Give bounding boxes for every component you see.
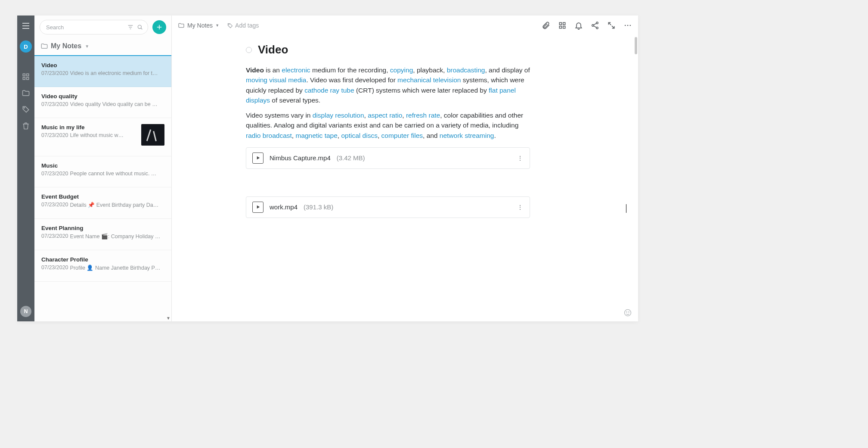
link[interactable]: network streaming bbox=[440, 132, 494, 139]
hamburger-icon[interactable] bbox=[21, 21, 31, 31]
link[interactable]: broadcasting bbox=[447, 66, 485, 74]
share-icon[interactable] bbox=[591, 21, 599, 30]
search-box[interactable] bbox=[40, 20, 148, 34]
folder-icon[interactable] bbox=[22, 89, 30, 97]
svg-rect-4 bbox=[27, 74, 29, 76]
svg-rect-17 bbox=[563, 22, 565, 25]
note-item-title: Event Planning bbox=[41, 225, 164, 231]
folder-icon bbox=[178, 22, 185, 29]
link[interactable]: cathode ray tube bbox=[304, 87, 354, 94]
note-list-item[interactable]: Video quality07/23/2020Video quality Vid… bbox=[34, 87, 171, 118]
attachment-size: (391.3 kB) bbox=[304, 203, 333, 211]
svg-marker-28 bbox=[257, 156, 259, 159]
note-list-item[interactable]: Event Planning07/23/2020Event Name 🎬: Co… bbox=[34, 219, 171, 250]
caret-down-icon: ▼ bbox=[215, 23, 219, 28]
note-list-item[interactable]: Event Budget07/23/2020Details 📌 Event Bi… bbox=[34, 187, 171, 219]
attachment-card[interactable]: work.mp4(391.3 kB)⋮ bbox=[246, 196, 530, 218]
attachment-more-icon[interactable]: ⋮ bbox=[517, 204, 524, 211]
workspace-avatar[interactable]: D bbox=[20, 40, 32, 53]
text-cursor bbox=[626, 204, 626, 213]
link[interactable]: moving visual media bbox=[246, 76, 306, 84]
list-header bbox=[34, 16, 171, 39]
link[interactable]: copying bbox=[390, 66, 413, 74]
filter-icon[interactable] bbox=[127, 24, 134, 31]
link[interactable]: mechanical television bbox=[397, 76, 461, 84]
svg-point-11 bbox=[138, 25, 141, 28]
attachment-size: (3.42 MB) bbox=[337, 154, 365, 162]
svg-point-7 bbox=[24, 107, 25, 108]
grid-icon[interactable] bbox=[558, 21, 567, 30]
apps-icon[interactable] bbox=[22, 72, 30, 81]
new-note-button[interactable] bbox=[152, 20, 166, 34]
svg-rect-19 bbox=[563, 26, 565, 28]
note-list-item[interactable]: Music07/23/2020People cannot live withou… bbox=[34, 156, 171, 187]
attachment-name: Nimbus Capture.mp4 bbox=[270, 154, 331, 162]
page-title[interactable]: Video bbox=[258, 43, 288, 56]
video-file-icon bbox=[252, 152, 264, 164]
list-folder-label: My Notes bbox=[51, 42, 81, 50]
note-item-meta: 07/23/2020Video quality Video quality ca… bbox=[41, 101, 164, 107]
link[interactable]: refresh rate bbox=[406, 112, 440, 119]
svg-line-23 bbox=[594, 23, 597, 25]
list-folder-dropdown[interactable]: My Notes ▼ bbox=[34, 39, 171, 55]
note-item-meta: 07/23/2020Event Name 🎬: Company Holiday … bbox=[41, 233, 164, 240]
svg-rect-16 bbox=[559, 22, 561, 25]
note-item-thumbnail bbox=[141, 124, 164, 146]
attachment-more-icon[interactable]: ⋮ bbox=[517, 155, 524, 162]
attachment-card[interactable]: Nimbus Capture.mp4(3.42 MB)⋮ bbox=[246, 147, 530, 169]
attachment-icon[interactable] bbox=[542, 21, 550, 30]
bell-icon[interactable] bbox=[574, 21, 583, 30]
note-list-item[interactable]: Character Profile07/23/2020Profile 👤 Nam… bbox=[34, 250, 171, 282]
link[interactable]: aspect ratio bbox=[368, 112, 402, 119]
expand-icon[interactable] bbox=[607, 21, 616, 30]
note-item-meta: 07/23/2020People cannot live without mus… bbox=[41, 171, 164, 177]
paragraph[interactable]: Video is an electronic medium for the re… bbox=[246, 65, 530, 105]
search-input[interactable] bbox=[46, 24, 127, 31]
note-item-title: Video bbox=[41, 62, 164, 68]
app-frame: D N bbox=[17, 16, 638, 321]
link[interactable]: radio broadcast bbox=[246, 132, 292, 139]
trash-icon[interactable] bbox=[22, 121, 30, 130]
note-list-panel: My Notes ▼ Video07/23/2020Video is an el… bbox=[34, 16, 172, 321]
emoji-icon[interactable] bbox=[623, 308, 632, 317]
note-list-item[interactable]: Music in my life07/23/2020Life without m… bbox=[34, 118, 171, 156]
svg-line-24 bbox=[594, 26, 597, 28]
svg-point-32 bbox=[629, 312, 629, 312]
svg-line-12 bbox=[141, 28, 142, 29]
link[interactable]: electronic bbox=[282, 66, 310, 74]
editor-toolbar: My Notes ▼ Add tags bbox=[172, 16, 638, 35]
note-status-circle[interactable] bbox=[246, 47, 252, 53]
note-item-meta: 07/23/2020Life without music w… bbox=[41, 132, 137, 138]
link[interactable]: display resolution bbox=[313, 112, 364, 119]
svg-rect-5 bbox=[23, 78, 25, 80]
add-tags-button[interactable]: Add tags bbox=[227, 22, 259, 29]
svg-point-25 bbox=[625, 25, 626, 26]
more-icon[interactable] bbox=[623, 21, 632, 30]
caret-down-icon: ▼ bbox=[85, 44, 89, 49]
tag-icon bbox=[227, 22, 233, 29]
breadcrumb[interactable]: My Notes ▼ bbox=[178, 22, 219, 29]
paragraph[interactable]: Video systems vary in display resolution… bbox=[246, 110, 530, 140]
scrollbar-thumb[interactable] bbox=[635, 37, 637, 54]
editor-body[interactable]: Video Video is an electronic medium for … bbox=[172, 35, 638, 321]
svg-rect-18 bbox=[559, 26, 561, 28]
note-list-item[interactable]: Video07/23/2020Video is an electronic me… bbox=[34, 55, 171, 87]
add-tags-label: Add tags bbox=[235, 22, 259, 29]
svg-point-30 bbox=[625, 310, 631, 316]
scroll-down-icon[interactable]: ▼ bbox=[166, 316, 170, 320]
svg-marker-29 bbox=[257, 205, 259, 208]
note-item-meta: 07/23/2020Profile 👤 Name Janette Birthda… bbox=[41, 264, 164, 271]
user-avatar[interactable]: N bbox=[20, 306, 31, 317]
link[interactable]: magnetic tape bbox=[295, 132, 337, 139]
search-icon[interactable] bbox=[136, 24, 143, 31]
note-item-meta: 07/23/2020Video is an electronic medium … bbox=[41, 70, 164, 76]
tag-icon[interactable] bbox=[22, 105, 30, 114]
breadcrumb-label: My Notes bbox=[187, 22, 213, 29]
svg-point-26 bbox=[627, 25, 629, 26]
link[interactable]: computer files bbox=[381, 132, 423, 139]
link[interactable]: optical discs bbox=[341, 132, 377, 139]
note-item-meta: 07/23/2020Details 📌 Event Birthday party… bbox=[41, 202, 164, 208]
note-item-title: Character Profile bbox=[41, 256, 164, 263]
left-rail: D N bbox=[17, 16, 34, 321]
note-list[interactable]: Video07/23/2020Video is an electronic me… bbox=[34, 55, 171, 321]
